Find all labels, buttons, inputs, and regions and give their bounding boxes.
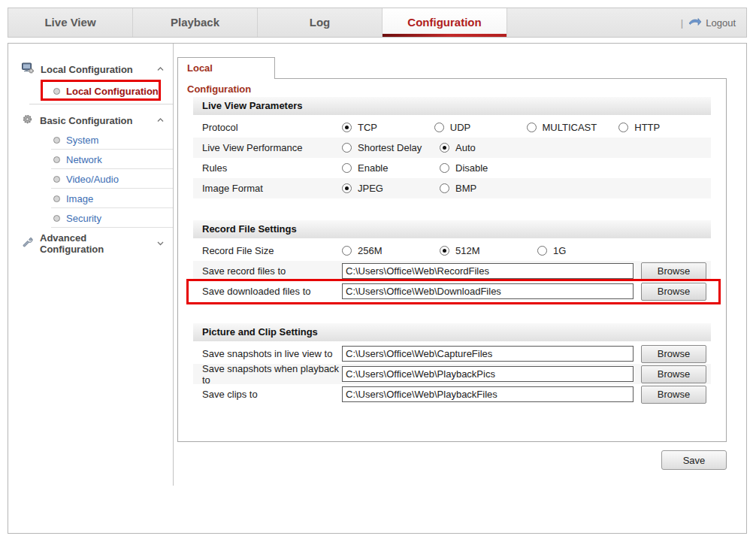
radio-icon[interactable] [440, 246, 449, 256]
sidebar-group-local-configuration[interactable]: Local Configuration [8, 59, 173, 79]
radio-icon[interactable] [527, 123, 537, 132]
sidebar-item-label: Network [66, 154, 102, 165]
row-save-snapshots-live-view: Save snapshots in live view to Browse [193, 344, 711, 364]
chevron-up-icon [157, 67, 164, 71]
row-label: Protocol [193, 122, 342, 133]
logout-button[interactable]: Logout [688, 17, 736, 29]
sidebar-item-label: Video/Audio [66, 174, 119, 185]
radio-icon[interactable] [342, 246, 352, 256]
sidebar-item-security[interactable]: Security [8, 208, 173, 228]
section-title: Record File Settings [193, 220, 711, 238]
main-panel-tab-local-configuration[interactable]: Local Configuration [177, 57, 275, 79]
radio-disable[interactable]: Disable [440, 162, 537, 174]
radio-label: TCP [358, 122, 377, 133]
monitor-gear-icon [22, 62, 34, 76]
radio-1g[interactable]: 1G [537, 245, 635, 256]
download-files-path-input[interactable] [342, 283, 634, 299]
radio-enable[interactable]: Enable [342, 162, 440, 174]
browse-playback-files-button[interactable]: Browse [641, 386, 706, 404]
main-content-box: Live View Parameters Protocol TCP UDP MU… [177, 78, 727, 442]
sidebar-item-image[interactable]: Image [8, 189, 173, 208]
radio-label: 256M [358, 245, 383, 256]
bullet-icon [53, 88, 60, 95]
radio-bmp[interactable]: BMP [440, 183, 537, 194]
radio-icon[interactable] [440, 143, 449, 153]
playback-pics-path-input[interactable] [342, 366, 634, 382]
sidebar-item-network[interactable]: Network [8, 150, 173, 169]
sidebar-item-local-configuration[interactable]: Local Configuration [8, 80, 173, 101]
bullet-icon [53, 176, 60, 183]
radio-label: MULTICAST [543, 122, 597, 133]
radio-icon[interactable] [342, 143, 352, 153]
nav-tab-playback[interactable]: Playback [133, 8, 258, 37]
sidebar-item-label: Image [66, 193, 93, 204]
sidebar-group-basic-configuration[interactable]: Basic Configuration [8, 111, 173, 130]
radio-icon[interactable] [434, 123, 444, 132]
radio-512m[interactable]: 512M [440, 245, 537, 256]
sidebar-item-label: Security [66, 213, 101, 224]
sidebar-group-advanced-configuration[interactable]: Advanced Configuration [8, 234, 173, 253]
gear-icon [22, 114, 33, 127]
logout-arrow-icon [688, 17, 702, 29]
radio-udp[interactable]: UDP [434, 122, 527, 133]
bullet-icon [53, 137, 60, 144]
sidebar-item-label: System [66, 135, 98, 146]
row-protocol: Protocol TCP UDP MULTICAST HTTP [193, 117, 711, 138]
divider [51, 227, 173, 228]
radio-icon[interactable] [342, 123, 352, 132]
radio-icon[interactable] [440, 183, 449, 193]
radio-label: Auto [455, 142, 476, 153]
section-picture-and-clip-settings: Picture and Clip Settings Save snapshots… [193, 323, 711, 404]
chevron-down-icon [157, 241, 164, 246]
save-button[interactable]: Save [661, 450, 727, 470]
sidebar-item-video-audio[interactable]: Video/Audio [8, 169, 173, 189]
sidebar-item-system[interactable]: System [8, 130, 173, 150]
radio-label: Disable [455, 162, 488, 174]
row-label: Save record files to [193, 265, 342, 277]
radio-icon[interactable] [618, 123, 628, 132]
radio-icon[interactable] [342, 183, 352, 193]
nav-tab-log[interactable]: Log [258, 8, 383, 37]
browse-playback-pics-button[interactable]: Browse [641, 365, 706, 383]
radio-label: Enable [358, 162, 388, 174]
row-record-file-size: Record File Size 256M 512M 1G [193, 241, 711, 261]
row-save-snapshots-playback: Save snapshots when playback to Browse [193, 364, 711, 384]
active-tab-underline [383, 34, 507, 37]
radio-multicast[interactable]: MULTICAST [527, 122, 619, 133]
nav-tab-configuration[interactable]: Configuration [383, 8, 507, 37]
row-live-view-performance: Live View Performance Shortest Delay Aut… [193, 138, 711, 158]
sidebar-group-label: Advanced Configuration [40, 232, 150, 255]
nav-tab-live-view[interactable]: Live View [8, 8, 133, 37]
record-files-path-input[interactable] [342, 263, 634, 279]
section-record-file-settings: Record File Settings Record File Size 25… [193, 220, 711, 301]
row-label: Save snapshots in live view to [193, 348, 342, 359]
radio-256m[interactable]: 256M [342, 245, 440, 256]
browse-capture-files-button[interactable]: Browse [641, 345, 706, 363]
row-rules: Rules Enable Disable [193, 158, 711, 178]
radio-http[interactable]: HTTP [618, 122, 711, 133]
radio-label: JPEG [358, 183, 383, 194]
radio-icon[interactable] [537, 246, 547, 256]
nav-separator: | [681, 17, 683, 29]
playback-files-path-input[interactable] [342, 386, 634, 402]
browse-record-files-button[interactable]: Browse [641, 262, 706, 280]
radio-jpeg[interactable]: JPEG [342, 183, 440, 194]
sidebar-group-label: Basic Configuration [40, 115, 133, 126]
row-label: Record File Size [193, 245, 342, 256]
radio-label: HTTP [634, 122, 660, 133]
radio-icon[interactable] [440, 163, 449, 173]
radio-tcp[interactable]: TCP [342, 122, 434, 133]
radio-shortest-delay[interactable]: Shortest Delay [342, 142, 440, 153]
row-save-downloaded-files: Save downloaded files to Browse [193, 281, 711, 301]
chevron-up-icon [157, 118, 164, 123]
radio-auto[interactable]: Auto [440, 142, 537, 153]
radio-label: BMP [455, 183, 476, 194]
section-title: Picture and Clip Settings [193, 323, 711, 341]
row-label: Save downloaded files to [193, 286, 342, 297]
capture-files-path-input[interactable] [342, 346, 634, 362]
radio-label: Shortest Delay [358, 142, 422, 153]
sidebar-item-label: Local Configuration [66, 86, 159, 97]
radio-icon[interactable] [342, 163, 352, 173]
radio-label: UDP [450, 122, 470, 133]
browse-download-files-button[interactable]: Browse [641, 283, 706, 301]
